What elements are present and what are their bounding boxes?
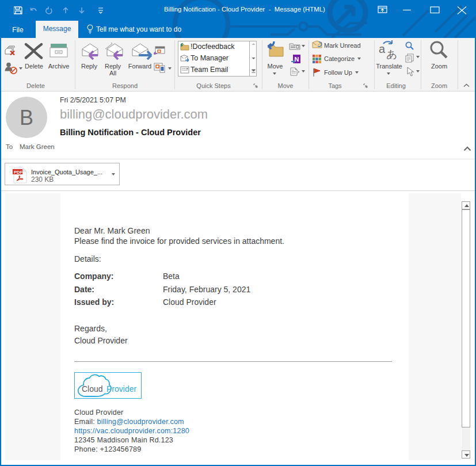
svg-text:Cloud: Cloud — [82, 384, 103, 394]
svg-text:N: N — [295, 56, 299, 63]
svg-text:あ: あ — [386, 48, 397, 59]
svg-text:Provider: Provider — [106, 384, 136, 394]
svg-text:PDF: PDF — [14, 170, 22, 175]
svg-text:a: a — [379, 43, 386, 55]
